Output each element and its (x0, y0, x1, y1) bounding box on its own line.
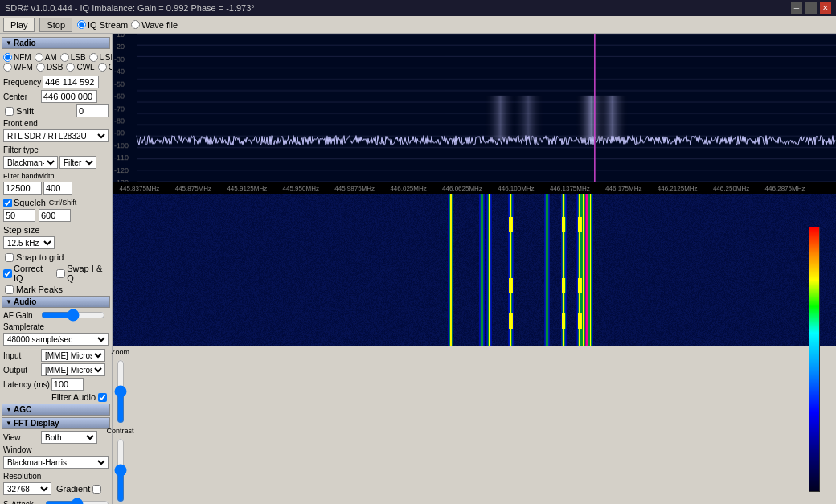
output-select[interactable]: [MME] Microsoft Sound (41, 363, 105, 376)
squelch-checkbox[interactable] (3, 199, 12, 207)
latency-input[interactable] (51, 378, 84, 391)
cwl-mode[interactable]: CWL (66, 63, 94, 72)
nfm-mode[interactable]: NFM (3, 53, 31, 62)
input-label: Input (3, 351, 39, 360)
fft-section-header[interactable]: ▼ FFT Display (2, 417, 110, 429)
cwu-mode[interactable]: CWU (98, 63, 113, 72)
lsb-mode[interactable]: LSB (60, 53, 86, 62)
radio-section-header[interactable]: ▼ Radio (2, 37, 110, 49)
s-attack-slider[interactable] (45, 498, 109, 504)
x-axis-label: 446,025MHz (382, 185, 436, 192)
am-mode[interactable]: AM (35, 53, 57, 62)
x-axis-label: 445,950MHz (274, 185, 328, 192)
x-axis-label: 446,2125MHz (650, 185, 704, 192)
filter-type-select[interactable]: Blackman-Harris (3, 156, 58, 169)
center-label: Center (3, 92, 39, 101)
minimize-button[interactable]: ─ (791, 2, 802, 14)
samplerate-select[interactable]: 48000 sample/sec (3, 333, 109, 346)
correct-iq-checkbox[interactable] (3, 269, 12, 278)
left-panel: ▼ Radio NFM AM LSB USB WFM DSB CWL CWU F… (0, 34, 113, 504)
waterfall-canvas[interactable] (113, 194, 836, 346)
play-button[interactable]: Play (3, 18, 35, 32)
filter-order-select[interactable]: Filter order (59, 156, 96, 169)
x-axis-label: 445,9125MHz (220, 185, 274, 192)
frequency-input[interactable] (43, 76, 99, 88)
filter-order-input[interactable] (43, 182, 72, 195)
wave-file-radio[interactable] (131, 20, 140, 29)
swap-iq-label: Swap I & Q (67, 264, 109, 283)
spectrum-x-axis: 445,8375MHz445,875MHz445,9125MHz445,950M… (113, 182, 836, 194)
step-size-select[interactable]: 12.5 kHz (3, 236, 55, 249)
filter-bw-controls (2, 182, 110, 196)
snap-to-grid-label: Snap to grid (16, 252, 64, 262)
filter-type-combo-row: Blackman-Harris Filter order (2, 156, 110, 170)
output-row: Output [MME] Microsoft Sound (2, 363, 110, 376)
input-row: Input [MME] Microsoft Sound (2, 349, 110, 362)
filter-audio-checkbox[interactable] (98, 393, 107, 402)
zoom-slider[interactable] (116, 359, 125, 424)
wfm-mode[interactable]: WFM (3, 63, 33, 72)
audio-section-label: Audio (14, 297, 36, 306)
frequency-label: Frequency (3, 78, 41, 87)
frontend-select[interactable]: RTL SDR / RTL2832U (3, 129, 109, 142)
toolbar: Play Stop IQ Stream Wave file (0, 16, 836, 34)
snap-to-grid-checkbox[interactable] (5, 253, 14, 262)
spectrum-canvas[interactable] (113, 34, 836, 182)
mark-peaks-label: Mark Peaks (16, 285, 63, 294)
window-controls: ─ □ ✕ (791, 2, 831, 14)
radio-arrow: ▼ (6, 39, 12, 47)
swap-iq-checkbox[interactable] (56, 269, 65, 278)
af-gain-label: AF Gain (3, 311, 39, 320)
mark-peaks-checkbox[interactable] (5, 285, 14, 294)
options-group: Snap to grid Correct IQ Swap I & Q Mark … (2, 252, 110, 294)
shift-check-row: Shift (3, 106, 35, 116)
mode-row-1: NFM AM LSB USB (3, 53, 109, 62)
view-select[interactable]: Both (41, 431, 97, 444)
right-area: 445,8375MHz445,875MHz445,9125MHz445,950M… (113, 34, 836, 504)
x-axis-label: 446,250MHz (704, 185, 758, 192)
af-gain-slider[interactable] (41, 309, 105, 321)
snap-to-grid-row: Snap to grid (3, 252, 109, 262)
fft-arrow: ▼ (6, 420, 12, 427)
iq-stream-radio[interactable] (77, 20, 86, 29)
window-combo-row: Blackman-Harris (2, 456, 110, 470)
agc-section-header[interactable]: ▼ AGC (2, 404, 110, 416)
frequency-row: Frequency (2, 76, 110, 88)
stop-button[interactable]: Stop (39, 18, 72, 32)
gradient-checkbox[interactable] (92, 485, 101, 494)
audio-section-header[interactable]: ▼ Audio (2, 296, 110, 308)
input-select[interactable]: [MME] Microsoft Sound (41, 349, 105, 362)
shift-input[interactable] (76, 104, 109, 117)
spectrum-chart[interactable] (113, 34, 836, 182)
dsb-mode[interactable]: DSB (36, 63, 64, 72)
usb-mode[interactable]: USB (89, 53, 113, 62)
resolution-select[interactable]: 32768 (3, 482, 51, 495)
x-axis-label: 445,8375MHz (113, 185, 166, 192)
source-selector: IQ Stream Wave file (77, 20, 178, 30)
squelch-input[interactable] (3, 209, 35, 222)
iq-stream-label[interactable]: IQ Stream (77, 20, 128, 30)
contrast-slider[interactable] (116, 438, 125, 502)
view-label: View (3, 433, 39, 442)
squelch-input2[interactable] (39, 209, 71, 222)
squelch-values-row (2, 209, 110, 223)
step-size-row: 12.5 kHz (2, 236, 110, 251)
window-select[interactable]: Blackman-Harris (3, 456, 109, 469)
mark-peaks-row: Mark Peaks (3, 285, 109, 294)
zoom-contrast-panel: Zoom Contrast (113, 346, 127, 504)
close-button[interactable]: ✕ (820, 2, 831, 14)
center-input[interactable] (41, 90, 97, 103)
shift-row: Shift (2, 104, 110, 117)
x-axis-label: 446,0625MHz (436, 185, 490, 192)
squelch-ctrl-shift: Ctrl/Shift (49, 199, 77, 207)
latency-label: Latency (ms) (3, 380, 50, 389)
step-size-label: Step size (3, 225, 39, 235)
filter-bw-label: Filter bandwidth (3, 172, 55, 180)
filter-bw-input[interactable] (3, 182, 42, 195)
waterfall-chart[interactable] (113, 194, 836, 346)
wave-file-label[interactable]: Wave file (131, 20, 178, 30)
shift-checkbox[interactable] (5, 107, 14, 116)
maximize-button[interactable]: □ (805, 2, 817, 14)
contrast-label: Contrast (107, 427, 134, 435)
title-bar: SDR# v1.0.0.444 - IQ Imbalance: Gain = 0… (0, 0, 836, 16)
